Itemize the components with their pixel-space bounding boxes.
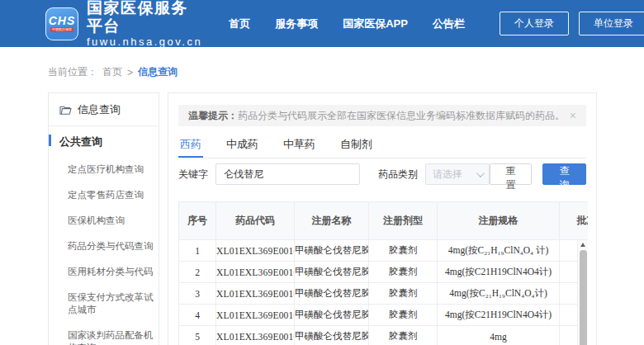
cell-no: 2 — [179, 262, 216, 283]
site-title: 国家医保服务平台 — [87, 0, 202, 35]
sidebar-item-4[interactable]: 药品分类与代码查询 — [49, 234, 159, 259]
table-row: 4XL01EXL369E0010101...甲磺酸仑伐替尼胶囊胶囊剂4mg(按C… — [179, 305, 589, 326]
site-domain: fuwu.nhsa.gov.cn — [87, 35, 202, 48]
keyword-input[interactable] — [215, 163, 360, 185]
cell-name: 甲磺酸仑伐替尼胶囊 — [295, 326, 369, 345]
tab-2[interactable]: 中成药 — [225, 131, 260, 158]
nav-item-1[interactable]: 首页 — [229, 17, 250, 31]
reset-button[interactable]: 重置 — [490, 163, 532, 185]
header-nav: 首页服务事项国家医保APP公告栏 — [229, 17, 490, 31]
sidebar-menu: 定点医疗机构查询定点零售药店查询医保机构查询药品分类与代码查询医用耗材分类与代码… — [49, 157, 159, 345]
cell-form: 胶囊剂 — [369, 326, 438, 345]
cell-code: XL01EXL369E0010101... — [216, 326, 295, 345]
sidebar-item-3[interactable]: 医保机构查询 — [49, 208, 159, 234]
column-header-4: 注册剂型 — [369, 202, 438, 240]
breadcrumb-current[interactable]: 信息查询 — [138, 65, 178, 79]
search-form: 关键字 药品类别 请选择 重置 查询 — [178, 163, 586, 185]
table-row: 5XL01EXL369E0010101...甲磺酸仑伐替尼胶囊胶囊剂4mg — [179, 326, 589, 345]
cell-spec: 4mg(按C₂₁H₁₉ClN₄O₄计) — [438, 283, 560, 305]
cell-no: 3 — [179, 283, 216, 305]
cell-form: 胶囊剂 — [369, 262, 438, 283]
site-brand: 国家医保服务平台 fuwu.nhsa.gov.cn — [87, 0, 202, 48]
cell-spec: 4mg(按C₂₁H₁₉ClN₄O₄ 计) — [438, 240, 560, 262]
nav-item-3[interactable]: 国家医保APP — [343, 17, 408, 31]
cell-no: 1 — [179, 240, 216, 262]
column-header-3: 注册名称 — [295, 202, 369, 240]
cell-code: XL01EXL369E0010101... — [216, 262, 295, 283]
unit-login-button[interactable]: 单位登录 — [579, 12, 644, 35]
nav-item-4[interactable]: 公告栏 — [433, 17, 465, 31]
chevron-down-icon — [476, 169, 485, 177]
top-header: CHS 中国医疗保障 国家医保服务平台 fuwu.nhsa.gov.cn 首页服… — [0, 0, 644, 47]
cell-code: XL01EXL369E0010101... — [216, 283, 295, 305]
sidebar-section-public-query[interactable]: 公共查询 — [49, 126, 159, 157]
cell-no: 4 — [179, 305, 216, 326]
notice-bar: 温馨提示： 药品分类与代码展示全部在国家医保信息业务编码标准数据库赋码的药品。 … — [178, 105, 586, 126]
cell-spec: 4mg(按C21H19ClN4O4计) — [438, 262, 560, 283]
sidebar-item-1[interactable]: 定点医疗机构查询 — [49, 157, 159, 182]
close-icon[interactable]: × — [570, 110, 576, 121]
sidebar-item-6[interactable]: 医保支付方式改革试点城市 — [49, 285, 159, 323]
column-header-5: 注册规格 — [438, 202, 560, 240]
section-active-bar — [49, 135, 51, 146]
notice-label: 温馨提示： — [188, 109, 238, 123]
search-button[interactable]: 查询 — [542, 163, 586, 185]
cell-spec: 4mg — [438, 326, 560, 345]
table-scrollbar — [577, 240, 588, 345]
breadcrumb: 当前位置： 首页 > 信息查询 — [48, 65, 178, 79]
login-buttons: 个人登录 单位登录 — [490, 12, 644, 35]
cell-form: 胶囊剂 — [369, 283, 438, 305]
table-row: 2XL01EXL369E0010101...甲磺酸仑伐替尼胶囊胶囊剂4mg(按C… — [179, 262, 589, 283]
cell-form: 胶囊剂 — [369, 305, 438, 326]
sidebar-header-label: 信息查询 — [78, 102, 121, 117]
personal-login-button[interactable]: 个人登录 — [500, 12, 569, 35]
cell-form: 胶囊剂 — [369, 240, 438, 262]
category-label: 药品类别 — [378, 168, 418, 182]
notice-text: 药品分类与代码展示全部在国家医保信息业务编码标准数据库赋码的药品。 — [238, 109, 563, 123]
results-table-wrapper: 序号药品代码注册名称注册剂型注册规格批准文号 1XL01EXL369E00101… — [178, 201, 588, 345]
cell-code: XL01EXL369E0010101... — [216, 305, 295, 326]
column-header-1: 序号 — [179, 202, 216, 240]
category-placeholder: 请选择 — [433, 168, 476, 182]
breadcrumb-home-link[interactable]: 首页 — [102, 65, 122, 79]
column-header-6: 批准文号 — [560, 202, 589, 240]
results-table: 序号药品代码注册名称注册剂型注册规格批准文号 1XL01EXL369E00101… — [178, 201, 588, 345]
table-body: 1XL01EXL369E0010101...甲磺酸仑伐替尼胶囊胶囊剂4mg(按C… — [179, 240, 589, 345]
sidebar-item-5[interactable]: 医用耗材分类与代码 — [49, 259, 159, 285]
cell-name: 甲磺酸仑伐替尼胶囊 — [295, 262, 369, 283]
cell-name: 甲磺酸仑伐替尼胶囊 — [295, 240, 369, 262]
cell-spec: 4mg(按C21H19ClN4O4计) — [438, 305, 560, 326]
scrollbar-up-icon[interactable] — [578, 240, 588, 249]
cell-name: 甲磺酸仑伐替尼胶囊 — [295, 305, 369, 326]
folder-icon — [59, 105, 72, 116]
scrollbar-thumb[interactable] — [580, 250, 587, 345]
sidebar-header-info-query[interactable]: 信息查询 — [49, 93, 159, 125]
sidebar-item-7[interactable]: 国家谈判药品配备机构查询 — [49, 323, 159, 345]
sidebar-section-label: 公共查询 — [59, 135, 102, 148]
table-header-row: 序号药品代码注册名称注册剂型注册规格批准文号 — [179, 202, 589, 240]
tab-3[interactable]: 中草药 — [282, 131, 317, 158]
tab-4[interactable]: 自制剂 — [339, 131, 374, 158]
category-select[interactable]: 请选择 — [425, 163, 490, 185]
breadcrumb-label: 当前位置： — [48, 65, 97, 79]
keyword-label: 关键字 — [178, 168, 208, 182]
nav-item-2[interactable]: 服务事项 — [275, 17, 318, 31]
sidebar: 信息查询 公共查询 定点医疗机构查询定点零售药店查询医保机构查询药品分类与代码查… — [48, 92, 159, 345]
table-row: 3XL01EXL369E0010101...甲磺酸仑伐替尼胶囊胶囊剂4mg(按C… — [179, 283, 589, 305]
cell-no: 5 — [179, 326, 216, 345]
tab-1[interactable]: 西药 — [178, 131, 203, 158]
main-panel: 温馨提示： 药品分类与代码展示全部在国家医保信息业务编码标准数据库赋码的药品。 … — [168, 92, 597, 345]
cell-name: 甲磺酸仑伐替尼胶囊 — [295, 283, 369, 305]
table-row: 1XL01EXL369E0010101...甲磺酸仑伐替尼胶囊胶囊剂4mg(按C… — [179, 240, 589, 262]
cell-code: XL01EXL369E0010101... — [216, 240, 295, 262]
logo-text: CHS — [49, 15, 76, 27]
logo-subtext: 中国医疗保障 — [50, 27, 73, 32]
drug-type-tabs: 西药中成药中草药自制剂 — [178, 131, 586, 158]
column-header-2: 药品代码 — [216, 202, 295, 240]
sidebar-item-2[interactable]: 定点零售药店查询 — [49, 182, 159, 208]
breadcrumb-separator: > — [127, 67, 133, 78]
site-logo[interactable]: CHS 中国医疗保障 — [45, 7, 78, 40]
